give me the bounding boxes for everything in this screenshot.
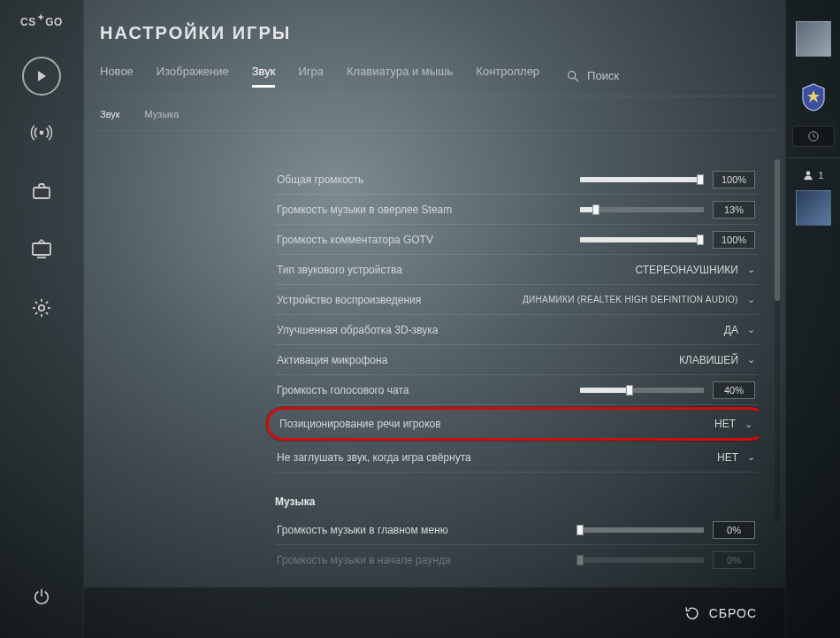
slider-voice-volume[interactable] [580,388,704,393]
setting-label: Громкость комментатора GOTV [277,234,580,246]
dropdown-value: ДА [724,324,738,336]
nav-power-button[interactable] [20,576,63,619]
slider-gotv-volume[interactable] [580,237,704,242]
dropdown-value: КЛАВИШЕЙ [679,354,738,366]
svg-rect-2 [33,243,50,255]
value-master-volume: 100% [713,171,755,188]
dropdown-mute-bg[interactable]: НЕТ ⌄ [717,451,755,464]
page-title: НАСТРОЙКИ ИГРЫ [93,0,776,52]
friend-tile[interactable] [796,190,831,226]
player-rank-badge[interactable] [798,81,829,113]
svg-line-10 [46,312,48,314]
slider-master-volume[interactable] [580,177,704,182]
setting-label: Устройство воспроизведения [277,294,523,306]
dropdown-value: НЕТ [714,418,736,430]
svg-point-0 [40,131,44,135]
dropdown-value: ДИНАМИКИ (REALTEK HIGH DEFINITION AUDIO) [523,295,738,304]
row-voice-volume: Громкость голосового чата 40% [275,375,759,405]
player-avatar[interactable] [796,21,831,57]
briefcase-icon [31,181,52,202]
subtab-music[interactable]: Музыка [145,105,179,123]
value-voice-volume: 40% [713,381,755,399]
footer: СБРОС [84,587,785,638]
chevron-down-icon: ⌄ [747,451,755,463]
left-nav: CS ✦ GO [0,0,84,638]
row-mic-activation: Активация микрофона КЛАВИШЕЙ ⌄ [275,345,759,375]
setting-label: Улучшенная обработка 3D-звука [277,324,724,336]
tab-audio[interactable]: Звук [252,65,276,87]
chevron-down-icon: ⌄ [747,324,755,335]
logo-left: CS [20,16,36,28]
nav-inventory-button[interactable] [20,170,63,212]
row-mute-bg: Не заглушать звук, когда игра свёрнута Н… [275,442,759,473]
slider-round-start-music[interactable] [580,557,704,563]
value-overlay-music: 13% [713,201,755,219]
right-bar: 1 [785,0,840,638]
play-icon [34,69,49,83]
svg-line-11 [35,312,37,314]
nav-play-button[interactable] [22,57,61,96]
chevron-down-icon: ⌄ [747,294,755,305]
slider-menu-music[interactable] [580,527,704,533]
row-overlay-music: Громкость музыки в оверлее Steam 13% [275,195,759,225]
setting-label: Громкость музыки в оверлее Steam [277,204,580,216]
scrollbar-thumb[interactable] [775,159,780,301]
tab-controller[interactable]: Контроллер [476,65,539,87]
dropdown-mic-activation[interactable]: КЛАВИШЕЙ ⌄ [679,354,755,366]
power-icon [32,588,51,607]
row-gotv-volume: Громкость комментатора GOTV 100% [275,225,759,255]
setting-control: 100% [580,171,755,188]
setting-label: Громкость голосового чата [277,384,580,396]
setting-label: Позиционирование речи игроков [279,418,714,430]
subtab-sound[interactable]: Звук [100,105,120,123]
row-master-volume: Общая громкость 100% [275,165,759,195]
dropdown-voice-positional[interactable]: НЕТ ⌄ [714,418,752,430]
chevron-down-icon: ⌄ [747,264,755,275]
section-music-title: Музыка [100,473,759,515]
chevron-down-icon: ⌄ [747,354,755,365]
tab-keyboard-mouse[interactable]: Клавиатура и мышь [347,65,453,87]
dropdown-value: НЕТ [717,451,738,464]
svg-line-9 [35,302,37,304]
settings-list: Общая громкость 100% Громкость музыки в … [100,152,759,473]
value-menu-music: 0% [713,521,755,539]
tab-video[interactable]: Изображение [157,65,229,87]
nav-broadcast-button[interactable] [20,111,63,154]
slider-overlay-music[interactable] [580,207,704,212]
svg-line-18 [575,78,578,81]
chevron-down-icon: ⌄ [745,419,752,430]
svg-point-16 [806,171,811,175]
friends-count: 1 [818,170,823,181]
value-gotv-volume: 100% [713,231,755,249]
tab-new[interactable]: Новое [100,65,134,87]
reset-button[interactable]: СБРОС [684,605,757,621]
nav-watch-button[interactable] [20,228,63,271]
rank-shield-icon [798,81,829,113]
svg-point-4 [39,305,44,311]
broadcast-icon [30,121,53,144]
setting-label: Громкость музыки в главном меню [277,524,580,536]
dropdown-playback-device[interactable]: ДИНАМИКИ (REALTEK HIGH DEFINITION AUDIO)… [523,294,755,305]
scrollbar[interactable] [775,159,780,522]
setting-label: Тип звукового устройства [277,264,635,276]
recent-matches-button[interactable] [792,126,835,147]
value-round-start-music: 0% [713,551,755,569]
svg-line-12 [46,302,48,304]
history-icon [807,130,820,142]
friends-header[interactable]: 1 [802,169,823,181]
reset-icon [684,605,700,621]
setting-label: Громкость музыки в начале раунда [277,554,580,566]
tab-game[interactable]: Игра [298,65,324,87]
search-label: Поиск [587,69,619,82]
settings-scroll: Общая громкость 100% Громкость музыки в … [100,152,759,580]
main-pane: НАСТРОЙКИ ИГРЫ Новое Изображение Звук Иг… [84,0,785,638]
dropdown-hrtf[interactable]: ДА ⌄ [724,324,755,336]
logo-star-icon: ✦ [37,12,45,22]
setting-label: Не заглушать звук, когда игра свёрнута [277,451,717,464]
svg-point-17 [569,71,576,78]
gear-icon [31,297,52,319]
nav-settings-button[interactable] [20,287,63,329]
row-menu-music: Громкость музыки в главном меню 0% [275,515,759,545]
settings-search[interactable]: Поиск [566,65,619,87]
dropdown-device-type[interactable]: СТЕРЕОНАУШНИКИ ⌄ [635,264,755,276]
